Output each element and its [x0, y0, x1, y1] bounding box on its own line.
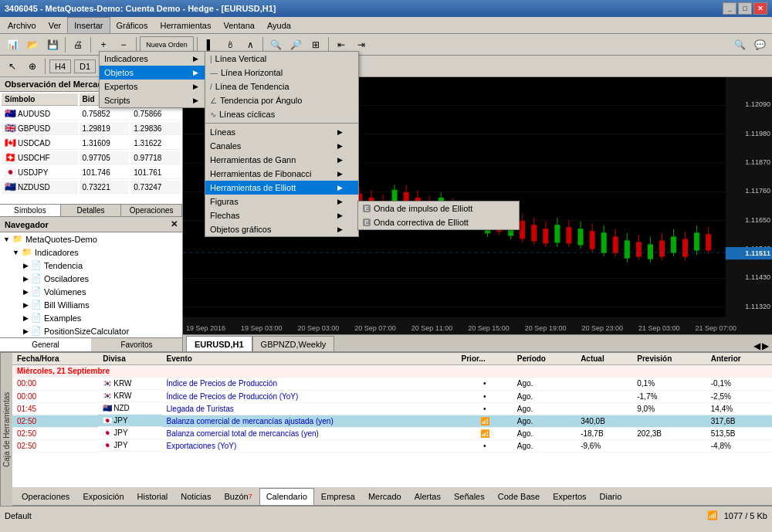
- cal-time: 02:50: [12, 439, 98, 452]
- tab-operaciones[interactable]: Operaciones: [15, 488, 76, 505]
- obj-tendencia-angulo[interactable]: ∠ Tendencia por Ángulo: [205, 93, 358, 107]
- menu-arquivo[interactable]: Archivo: [2, 17, 42, 34]
- chart-tab-gbpnzd[interactable]: GBPNZD,Weekly: [252, 336, 335, 351]
- nav-item-metaquotes[interactable]: ▼ 📁 MetaQuotes-Demo: [0, 232, 182, 246]
- market-watch-row[interactable]: 🇦🇺 AUDUSD 0.75852 0.75866: [2, 107, 181, 120]
- cal-priority: •: [457, 439, 513, 452]
- minimize-button[interactable]: _: [723, 2, 736, 15]
- obj-elliott[interactable]: Herramientas de Elliott ▶: [205, 181, 358, 195]
- insertar-expertos[interactable]: Expertos ▶: [100, 80, 214, 93]
- menu-insertar[interactable]: Insertar: [67, 17, 110, 34]
- navigator-tabs: General Favoritos: [0, 337, 182, 351]
- bottom-panel: Caja de Herramientas Fecha/Hora Divisa E…: [0, 351, 772, 506]
- chart-tab-eurusd[interactable]: EURUSD,H1: [186, 336, 252, 351]
- cal-time: 02:50: [12, 427, 98, 439]
- nav-item-examples[interactable]: ▶ 📄 Examples: [0, 311, 182, 324]
- nav-item-indicadores[interactable]: ▼ 📁 Indicadores: [0, 246, 182, 259]
- obj-graficos[interactable]: Objetos gráficos ▶: [205, 222, 358, 236]
- market-watch-row[interactable]: 🇬🇧 GBPUSD 1.29819 1.29836: [2, 122, 181, 135]
- obj-linea-vertical[interactable]: | Línea Vertical: [205, 52, 358, 66]
- cal-event[interactable]: Balanza comercial total de mercancías (y…: [162, 427, 457, 439]
- cal-event[interactable]: Exportaciones (YoY): [162, 439, 457, 452]
- bid-value: 0.73221: [80, 181, 130, 194]
- navigator-close-icon[interactable]: ✕: [171, 219, 178, 229]
- nav-item-tendencia[interactable]: ▶ 📄 Tendencia: [0, 259, 182, 272]
- currency-flag: 🇦🇺: [5, 108, 16, 119]
- search-button[interactable]: 🔍: [730, 36, 749, 53]
- tab-exposicion[interactable]: Exposición: [76, 488, 130, 505]
- tab-mercado[interactable]: Mercado: [362, 488, 408, 505]
- close-button[interactable]: ✕: [753, 2, 767, 15]
- maximize-button[interactable]: □: [738, 2, 752, 15]
- tab-alertas[interactable]: Alertas: [408, 488, 447, 505]
- mw-tab-detalles[interactable]: Detalles: [61, 205, 122, 216]
- obj-lineas-ciclicas[interactable]: ∿ Líneas cíclicas: [205, 107, 358, 121]
- network-icon: 📶: [707, 510, 718, 520]
- obj-flechas[interactable]: Flechas ▶: [205, 208, 358, 222]
- tab-diario[interactable]: Diario: [594, 488, 628, 505]
- insertar-indicadores[interactable]: Indicadores ▶: [100, 52, 214, 66]
- mw-tab-operaciones[interactable]: Operaciones: [121, 205, 182, 216]
- obj-linea-horizontal[interactable]: — Línea Horizontal: [205, 66, 358, 80]
- market-watch-row[interactable]: 🇨🇦 USDCAD 1.31609 1.31622: [2, 137, 181, 150]
- open-button[interactable]: 📂: [23, 36, 42, 53]
- obj-gann[interactable]: Herramientas de Gann ▶: [205, 153, 358, 167]
- nav-item-bill-williams[interactable]: ▶ 📄 Bill Williams: [0, 298, 182, 311]
- calendar-row: 01:45 🇳🇿 NZD Llegada de Turistas • Ago. …: [12, 402, 772, 415]
- tab-noticias[interactable]: Noticias: [174, 488, 217, 505]
- cal-event[interactable]: Índice de Precios de Producción: [162, 378, 457, 391]
- nav-tab-general[interactable]: General: [0, 338, 91, 351]
- market-watch-row[interactable]: 🇳🇿 NZDUSD 0.73221 0.73247: [2, 181, 181, 194]
- tab-codebase[interactable]: Code Base: [492, 488, 546, 505]
- bid-value: 101.746: [80, 166, 130, 179]
- menu-ventana[interactable]: Ventana: [218, 17, 261, 34]
- tf-d1-button[interactable]: D1: [74, 59, 96, 73]
- insertar-scripts[interactable]: Scripts ▶: [100, 93, 214, 107]
- obj-canales[interactable]: Canales ▶: [205, 139, 358, 153]
- nav-tab-favoritos[interactable]: Favoritos: [91, 338, 182, 351]
- bid-value: 1.31609: [80, 137, 130, 150]
- print-button[interactable]: 🖨: [69, 36, 87, 53]
- scroll-charts-left[interactable]: ◀: [753, 341, 760, 351]
- cal-forecast: [632, 439, 706, 452]
- tab-calendario[interactable]: Calendario: [259, 488, 314, 505]
- elliott-impulso[interactable]: E Onda de impulso de Elliott: [358, 202, 519, 215]
- chat-button[interactable]: 💬: [750, 36, 769, 53]
- menu-herramientas[interactable]: Herramientas: [154, 17, 217, 34]
- market-watch-row[interactable]: 🇯🇵 USDJPY 101.746 101.761: [2, 166, 181, 179]
- save-button[interactable]: 💾: [43, 36, 62, 53]
- nav-item-positionsize[interactable]: ▶ 📄 PositionSizeCalculator: [0, 324, 182, 337]
- menu-ayuda[interactable]: Ayuda: [261, 17, 297, 34]
- insertar-objetos[interactable]: Objetos ▶: [100, 66, 214, 80]
- elliott-correctiva[interactable]: E Onda correctiva de Elliott: [358, 215, 519, 229]
- tab-buzon[interactable]: Buzón7: [218, 488, 258, 505]
- menu-ver[interactable]: Ver: [42, 17, 68, 34]
- cal-period: Ago.: [513, 439, 576, 452]
- item-icon-4: 📄: [31, 273, 42, 283]
- tf-h4-button[interactable]: H4: [49, 59, 71, 73]
- nav-item-volumenes[interactable]: ▶ 📄 Volúmenes: [0, 285, 182, 298]
- market-watch-row[interactable]: 🇨🇭 USDCHF 0.97705 0.97718: [2, 151, 181, 164]
- mw-tab-simbolos[interactable]: Símbolos: [0, 205, 61, 216]
- currency-flag: 🇬🇧: [5, 123, 16, 134]
- nav-item-osciladores[interactable]: ▶ 📄 Osciladores: [0, 272, 182, 285]
- new-chart-button[interactable]: 📊: [3, 36, 22, 53]
- crosshair-button[interactable]: ⊕: [23, 58, 42, 75]
- cal-event[interactable]: Llegada de Turistas: [162, 402, 457, 415]
- currency-name: USDCHF: [18, 154, 50, 162]
- tab-historial[interactable]: Historial: [131, 488, 174, 505]
- cal-actual: [576, 402, 632, 415]
- cursor-button[interactable]: ↖: [3, 58, 22, 75]
- obj-figuras[interactable]: Figuras ▶: [205, 195, 358, 208]
- obj-fibonacci[interactable]: Herramientas de Fibonacci ▶: [205, 167, 358, 181]
- scroll-charts-right[interactable]: ▶: [762, 341, 769, 351]
- obj-lineas[interactable]: Líneas ▶: [205, 125, 358, 139]
- insertar-dropdown: Indicadores ▶ Objetos ▶ Expertos ▶ Scrip…: [99, 51, 215, 108]
- cal-event[interactable]: Índice de Precios de Producción (YoY): [162, 390, 457, 402]
- tab-empresa[interactable]: Empresa: [315, 488, 361, 505]
- tab-senales[interactable]: Señales: [448, 488, 491, 505]
- tab-expertos[interactable]: Expertos: [547, 488, 592, 505]
- obj-linea-tendencia[interactable]: / Línea de Tendencia: [205, 80, 358, 93]
- menu-graficos[interactable]: Gráficos: [110, 17, 154, 34]
- cal-event[interactable]: Balanza comercial de mercancías ajustada…: [162, 415, 457, 427]
